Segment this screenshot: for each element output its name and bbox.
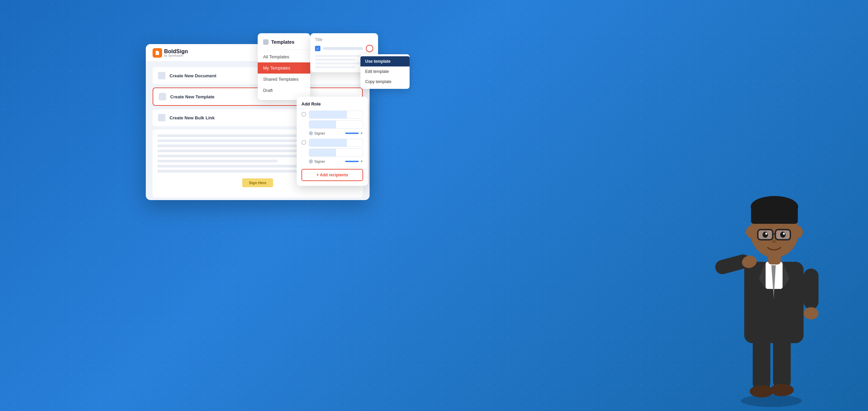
doc-line (157, 165, 318, 168)
panel-item-draft[interactable]: Draft (258, 85, 310, 96)
role-field-name[interactable] (309, 111, 363, 119)
title-input-bar (323, 47, 363, 50)
role-field-email[interactable] (309, 149, 363, 157)
role-selector-label: Signer (314, 159, 344, 163)
add-recipients-button[interactable]: + Add recipients (301, 169, 363, 181)
role-selector-bar (345, 133, 359, 134)
svg-point-0 (741, 395, 802, 407)
document-icon (158, 72, 165, 79)
role-selector-icon (309, 131, 313, 135)
svg-point-16 (746, 226, 755, 238)
template-icon (159, 93, 166, 100)
app-logo: BoldSign by Syncfusion (153, 48, 188, 58)
context-menu-use-template[interactable]: Use template (360, 56, 410, 66)
doc-line (157, 139, 318, 142)
role-recipient-1: Signer ▼ (301, 111, 363, 135)
svg-rect-1 (753, 336, 770, 391)
title-circle (366, 45, 373, 52)
role-selector-label: Signer (314, 131, 344, 135)
menu-item-label: Create New Template (170, 94, 215, 99)
logo-subtext: by Syncfusion (164, 54, 188, 57)
role-selector: Signer ▼ (309, 159, 363, 163)
logo-text: BoldSign (164, 48, 188, 54)
svg-point-25 (765, 233, 767, 235)
character-illustration (709, 157, 837, 411)
title-row (315, 45, 373, 52)
role-field-email[interactable] (309, 120, 363, 129)
panel-divider (258, 50, 310, 50)
svg-rect-15 (751, 207, 798, 224)
svg-rect-10 (804, 269, 818, 309)
role-fields: Signer ▼ (309, 139, 363, 163)
title-sub-line (315, 66, 356, 68)
svg-point-26 (783, 233, 785, 235)
role-fields: Signer ▼ (309, 111, 363, 135)
role-selector-icon (309, 159, 313, 163)
svg-point-27 (772, 240, 776, 243)
role-recipient-2: Signer ▼ (301, 139, 363, 163)
logo-icon (153, 48, 162, 58)
character-svg (709, 157, 837, 411)
templates-panel-title: Templates (271, 39, 294, 45)
role-dot (301, 140, 306, 145)
menu-item-label: Create New Bulk Link (170, 115, 215, 120)
svg-point-23 (763, 232, 768, 238)
context-menu-edit-template[interactable]: Edit template (360, 66, 410, 77)
role-selector-bar (345, 161, 359, 162)
panel-item-my-templates[interactable]: My Templates (258, 62, 310, 74)
bulk-icon (158, 114, 165, 121)
templates-panel: Templates All Templates My Templates Sha… (258, 33, 310, 100)
templates-panel-header: Templates (258, 37, 310, 48)
sign-here-button[interactable]: Sign Here (242, 178, 273, 187)
role-field-fill-short (309, 121, 336, 128)
title-sub-line (315, 59, 356, 61)
svg-point-24 (780, 232, 786, 238)
role-field-fill (309, 111, 347, 118)
add-role-panel: Add Role Signer ▼ (297, 97, 368, 186)
panel-item-all-templates[interactable]: All Templates (258, 51, 310, 62)
role-field-name[interactable] (309, 139, 363, 147)
svg-point-17 (793, 226, 803, 238)
panel-item-shared-templates[interactable]: Shared Templates (258, 74, 310, 85)
context-menu: Use template Edit template Copy template (360, 54, 410, 89)
templates-panel-icon (263, 39, 269, 45)
role-selector: Signer ▼ (309, 131, 363, 135)
svg-point-3 (750, 385, 773, 397)
title-label: Title (315, 37, 373, 42)
context-menu-copy-template[interactable]: Copy template (360, 77, 410, 87)
chevron-down-icon[interactable]: ▼ (360, 160, 363, 163)
role-field-fill-short (309, 149, 336, 156)
role-field-fill (309, 139, 347, 146)
svg-rect-2 (773, 336, 791, 389)
menu-item-label: Create New Document (170, 73, 216, 78)
role-dot (301, 112, 306, 117)
doc-line (157, 160, 278, 162)
chevron-down-icon[interactable]: ▼ (360, 132, 363, 135)
svg-point-4 (770, 384, 794, 396)
doc-line (157, 150, 298, 152)
svg-point-11 (804, 307, 818, 319)
title-checkbox[interactable] (315, 46, 320, 51)
add-role-title: Add Role (301, 101, 363, 106)
